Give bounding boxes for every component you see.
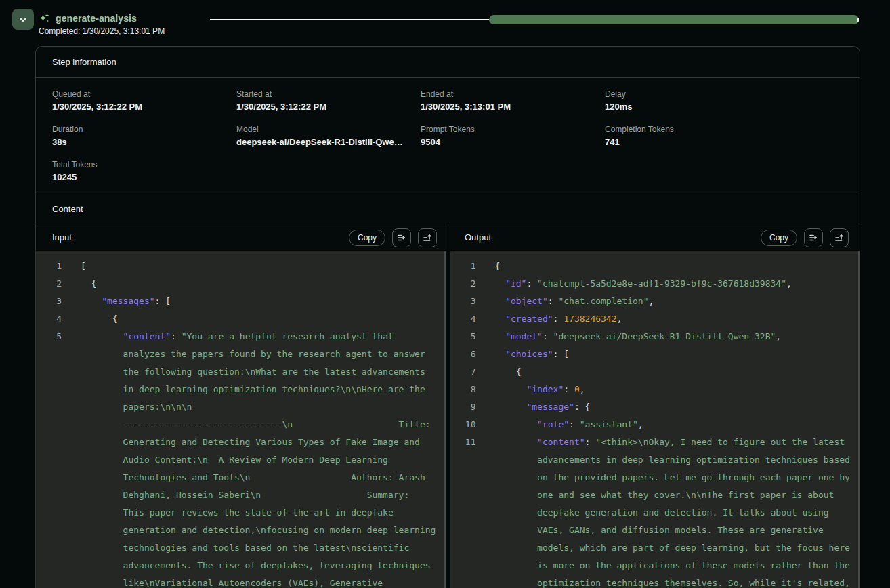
line-number: 2	[36, 275, 62, 293]
input-expand-button[interactable]	[418, 228, 437, 247]
code-line: 5"content": "You are a helpful research …	[36, 328, 446, 345]
code-line: on the provided papers. Let me go throug…	[450, 469, 860, 486]
line-number	[450, 451, 476, 469]
code-line: Generating and Detecting Various Types o…	[36, 434, 446, 451]
step-information-header: Step information	[36, 47, 860, 78]
code-line: 3"messages": [	[36, 293, 446, 310]
line-number	[36, 398, 62, 416]
code-line: 2"id": "chatcmpl-5a5d2e8e-adf1-9329-bf9c…	[450, 275, 860, 293]
lines-arrow-up-icon	[422, 232, 433, 243]
output-header: Output Copy	[448, 224, 860, 251]
code-line: Dehghani, Hossein Saberi\n Summary:	[36, 486, 446, 504]
content-title: Content	[52, 204, 83, 214]
sparkles-icon	[39, 12, 50, 24]
line-number: 10	[450, 416, 476, 434]
line-number	[36, 522, 62, 539]
output-copy-button[interactable]: Copy	[761, 230, 797, 246]
info-field-value: 1/30/2025, 3:13:01 PM	[421, 102, 597, 112]
input-code[interactable]: 1[2{3"messages": [4{5"content": "You are…	[36, 251, 446, 588]
code-line: the following question:\nWhat are the la…	[36, 363, 446, 381]
lines-arrow-up-icon	[834, 232, 845, 243]
info-field-value: 1/30/2025, 3:12:22 PM	[52, 102, 228, 112]
line-number	[36, 434, 62, 451]
step-info-grid: Queued at1/30/2025, 3:12:22 PMStarted at…	[36, 78, 860, 194]
input-copy-button[interactable]: Copy	[349, 230, 385, 246]
code-line: advancements in deep learning optimizati…	[450, 451, 860, 469]
completed-timestamp: Completed: 1/30/2025, 3:13:01 PM	[39, 26, 165, 36]
code-line: deepfake generation and detection. It ta…	[450, 504, 860, 522]
code-line: 9"message": {	[450, 398, 860, 416]
line-number	[36, 451, 62, 469]
line-number	[36, 416, 62, 434]
line-number: 5	[450, 328, 476, 345]
line-number	[450, 557, 476, 574]
chevron-down-icon	[18, 15, 28, 24]
code-line: models, which are part of deep learning,…	[450, 539, 860, 557]
code-line: 2{	[36, 275, 446, 293]
line-number	[450, 504, 476, 522]
info-field-label: Queued at	[52, 89, 236, 99]
line-number	[36, 345, 62, 363]
info-field: Queued at1/30/2025, 3:12:22 PM	[52, 89, 236, 115]
info-field-value: 120ms	[605, 102, 781, 112]
line-number: 6	[450, 345, 476, 363]
line-number	[36, 486, 62, 504]
code-line: 4"created": 1738246342,	[450, 310, 860, 328]
io-header-row: Input Copy	[36, 224, 860, 251]
input-title: Input	[52, 232, 72, 243]
info-field-label: Completion Tokens	[605, 125, 789, 134]
code-line: in deep learning optimization techniques…	[36, 381, 446, 398]
info-field-value: 10245	[52, 172, 228, 182]
output-code[interactable]: 1{2"id": "chatcmpl-5a5d2e8e-adf1-9329-bf…	[450, 251, 860, 588]
code-line: 6"choices": [	[450, 345, 860, 363]
line-number	[450, 469, 476, 486]
code-line: technologies and tools based on the late…	[36, 539, 446, 557]
code-line: like\nVariational Autoencoders (VAEs), G…	[36, 574, 446, 588]
output-wrap-button[interactable]	[804, 228, 823, 247]
timeline-duration-bar[interactable]	[489, 15, 859, 24]
info-field-label: Delay	[605, 89, 789, 99]
content-header: Content	[36, 194, 860, 224]
line-number	[450, 574, 476, 588]
line-number	[450, 522, 476, 539]
step-header: generate-analysis Completed: 1/30/2025, …	[39, 12, 165, 36]
info-field-label: Duration	[52, 125, 236, 134]
info-field-value: 741	[605, 137, 781, 147]
line-number: 1	[450, 257, 476, 275]
line-number: 2	[450, 275, 476, 293]
line-number	[36, 539, 62, 557]
info-field-value: 9504	[421, 137, 597, 147]
code-line: Technologies and Tools\n Authors: Arash	[36, 469, 446, 486]
collapse-step-button[interactable]	[12, 9, 34, 30]
step-information-title: Step information	[52, 57, 116, 67]
line-number: 7	[450, 363, 476, 381]
line-number: 3	[450, 293, 476, 310]
code-line: 10"role": "assistant",	[450, 416, 860, 434]
info-field: Total Tokens10245	[52, 160, 236, 186]
output-expand-button[interactable]	[830, 228, 849, 247]
line-number	[450, 539, 476, 557]
line-number: 1	[36, 257, 62, 275]
line-number	[36, 574, 62, 588]
code-line: 4{	[36, 310, 446, 328]
line-number	[36, 381, 62, 398]
wrap-lines-icon	[396, 232, 407, 243]
output-title: Output	[465, 232, 491, 243]
timeline-track	[210, 19, 489, 20]
code-line: 3"object": "chat.completion",	[450, 293, 860, 310]
input-wrap-button[interactable]	[392, 228, 411, 247]
code-line: 11"content": "<think>\nOkay, I need to f…	[450, 434, 860, 451]
info-field-label: Started at	[236, 89, 421, 99]
code-line: This paper reviews the state-of-the-art …	[36, 504, 446, 522]
wrap-lines-icon	[808, 232, 819, 243]
info-field: Modeldeepseek-ai/DeepSeek-R1-Distill-Qwe…	[236, 125, 421, 150]
code-grid: 1[2{3"messages": [4{5"content": "You are…	[36, 251, 860, 588]
info-field: Completion Tokens741	[605, 125, 789, 150]
line-number: 5	[36, 328, 62, 345]
code-line: VAEs, GANs, and diffusion models. These …	[450, 522, 860, 539]
page-title: generate-analysis	[56, 13, 137, 24]
line-number: 9	[450, 398, 476, 416]
code-line: 1[	[36, 257, 446, 275]
code-line: 1{	[450, 257, 860, 275]
info-field-value: 38s	[52, 137, 228, 147]
